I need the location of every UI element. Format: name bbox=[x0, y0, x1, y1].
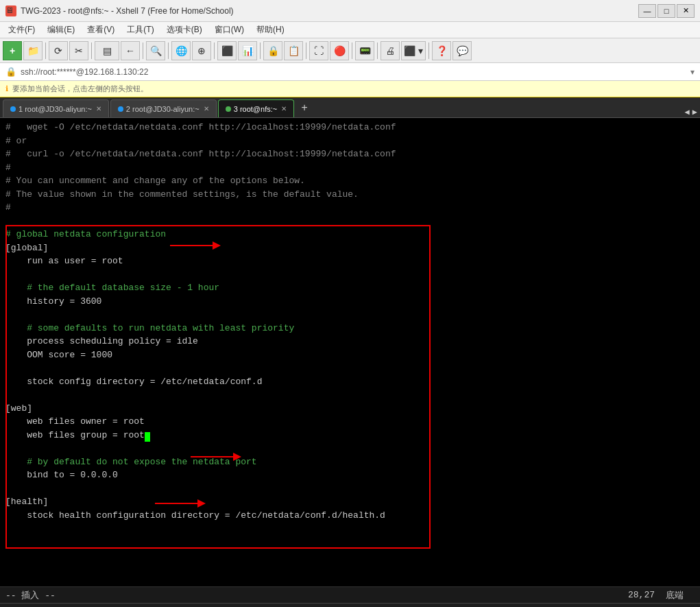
line-13: # the default database size - 1 hour bbox=[5, 281, 695, 295]
tabs-next[interactable]: ▶ bbox=[692, 107, 697, 117]
toolbar-sep-2 bbox=[91, 43, 92, 59]
close-button[interactable]: ✕ bbox=[677, 4, 695, 18]
vim-mode: -- 插入 -- bbox=[5, 589, 56, 602]
speech-button[interactable]: 💬 bbox=[452, 41, 472, 60]
line-20: stock config directory = /etc/netdata/co… bbox=[5, 375, 695, 389]
toolbar-sep-9 bbox=[377, 43, 378, 59]
toolbar-btn-7[interactable]: 📊 bbox=[238, 41, 257, 60]
line-10: [global] bbox=[5, 241, 695, 255]
address-bar: 🔒 ssh://root:******@192.168.1.130:22 ▾ bbox=[0, 63, 700, 81]
lock-button[interactable]: 🔒 bbox=[263, 41, 282, 60]
line-19 bbox=[5, 361, 695, 375]
minimize-button[interactable]: — bbox=[638, 4, 656, 18]
help-button[interactable]: ❓ bbox=[432, 41, 451, 60]
tab-2-close[interactable]: ✕ bbox=[204, 105, 209, 112]
toolbar-sep-5 bbox=[214, 43, 215, 59]
line-28 bbox=[5, 482, 695, 496]
menu-window[interactable]: 窗口(W) bbox=[209, 23, 250, 37]
tabs-prev[interactable]: ◀ bbox=[685, 107, 690, 117]
menu-view[interactable]: 查看(V) bbox=[82, 23, 120, 37]
toolbar-sep-10 bbox=[429, 43, 429, 59]
tabs-bar: 1 root@JD30-aliyun:~ ✕ 2 root@JD30-aliyu… bbox=[0, 97, 700, 118]
line-25 bbox=[5, 442, 695, 455]
info-text: 要添加当前会话，点击左侧的箭头按钮。 bbox=[12, 84, 148, 94]
line-18: OOM score = 1000 bbox=[5, 348, 695, 362]
refresh-button[interactable]: ⟳ bbox=[49, 41, 68, 60]
toolbar-btn-5[interactable]: 🌐 bbox=[171, 41, 191, 60]
line-26: # by default do not expose the netdata p… bbox=[5, 455, 695, 469]
tab-3-indicator bbox=[226, 106, 231, 112]
line-24: web files group = root bbox=[5, 429, 695, 442]
window-title: TWG-2023 - root@nfs:~ - Xshell 7 (Free f… bbox=[21, 6, 638, 16]
tab-1-close[interactable]: ✕ bbox=[96, 105, 101, 112]
vim-position: 28,27 bbox=[628, 590, 655, 600]
menu-help[interactable]: 帮助(H) bbox=[251, 23, 290, 37]
window-controls: — □ ✕ bbox=[638, 4, 695, 18]
toolbar-btn-9[interactable]: 🔴 bbox=[330, 41, 349, 60]
tab-1-indicator bbox=[10, 106, 16, 112]
toolbar-btn-10[interactable]: 📟 bbox=[355, 41, 374, 60]
line-15 bbox=[5, 308, 695, 322]
address-dropdown[interactable]: ▾ bbox=[690, 67, 695, 77]
line-12 bbox=[5, 268, 695, 282]
tabs-nav: ◀ ▶ bbox=[685, 107, 697, 117]
tab-3[interactable]: 3 root@nfs:~ ✕ bbox=[218, 99, 294, 117]
toolbar-btn-3[interactable]: ▤ bbox=[95, 41, 119, 60]
vim-status-line: -- 插入 -- 28,27 底端 bbox=[0, 586, 700, 603]
line-11: run as user = root bbox=[5, 254, 695, 268]
toolbar-btn-4[interactable]: ← bbox=[121, 41, 140, 60]
stop-button[interactable]: ⬛ bbox=[217, 41, 237, 60]
toolbar-sep-1 bbox=[45, 43, 46, 59]
tab-2[interactable]: 2 root@JD30-aliyun:~ ✕ bbox=[110, 99, 217, 117]
tab-2-indicator bbox=[118, 106, 123, 112]
address-text: ssh://root:******@192.168.1.130:22 bbox=[21, 67, 686, 77]
lock-icon: 🔒 bbox=[5, 67, 16, 77]
toolbar-btn-11[interactable]: 🖨 bbox=[381, 41, 400, 60]
vim-location: 底端 bbox=[666, 589, 684, 602]
toolbar-btn-8[interactable]: 📋 bbox=[284, 41, 303, 60]
toolbar-sep-6 bbox=[260, 43, 261, 59]
toolbar-btn-12[interactable]: ⬛ ▾ bbox=[401, 41, 426, 60]
line-6: # The value shown in the commented setti… bbox=[5, 188, 695, 202]
line-4: # bbox=[5, 161, 695, 175]
line-14: history = 3600 bbox=[5, 295, 695, 309]
info-bar: ℹ 要添加当前会话，点击左侧的箭头按钮。 bbox=[0, 81, 700, 97]
line-29: [health] bbox=[5, 495, 695, 509]
status-bar: ● ssh://root@192.168.1.130:22 SSH2 xterm… bbox=[0, 603, 700, 607]
toolbar-btn-6[interactable]: ⊕ bbox=[192, 41, 211, 60]
line-16: # some defaults to run netdata with leas… bbox=[5, 322, 695, 335]
find-button[interactable]: 🔍 bbox=[146, 41, 165, 60]
menu-bar: 文件(F) 编辑(E) 查看(V) 工具(T) 选项卡(B) 窗口(W) 帮助(… bbox=[0, 22, 700, 38]
info-icon: ℹ bbox=[5, 84, 8, 93]
tab-2-label: 2 root@JD30-aliyun:~ bbox=[126, 105, 200, 113]
fullscreen-button[interactable]: ⛶ bbox=[309, 41, 328, 60]
open-button[interactable]: 📁 bbox=[23, 41, 43, 60]
menu-file[interactable]: 文件(F) bbox=[3, 23, 40, 37]
restore-button[interactable]: □ bbox=[657, 4, 675, 18]
toolbar-sep-4 bbox=[168, 43, 169, 59]
line-2: # or bbox=[5, 134, 695, 148]
tab-1-label: 1 root@JD30-aliyun:~ bbox=[19, 105, 92, 113]
toolbar: + 📁 ⟳ ✂ ▤ ← 🔍 🌐 ⊕ ⬛ 📊 🔒 📋 ⛶ 🔴 📟 🖨 ⬛ ▾ ❓ … bbox=[0, 38, 700, 63]
line-30: stock health configuration directory = /… bbox=[5, 509, 695, 523]
tab-1[interactable]: 1 root@JD30-aliyun:~ ✕ bbox=[3, 99, 109, 117]
terminal-area[interactable]: # wget -O /etc/netdata/netdata.conf http… bbox=[0, 118, 700, 586]
line-5: # You can uncomment and change any of th… bbox=[5, 174, 695, 188]
line-9: # global netdata configuration bbox=[5, 228, 695, 241]
new-session-button[interactable]: + bbox=[3, 41, 22, 60]
new-tab-button[interactable]: + bbox=[295, 99, 313, 117]
line-27: bind to = 0.0.0.0 bbox=[5, 468, 695, 482]
title-bar: 🖥 TWG-2023 - root@nfs:~ - Xshell 7 (Free… bbox=[0, 0, 700, 22]
menu-tools[interactable]: 工具(T) bbox=[121, 23, 159, 37]
line-1: # wget -O /etc/netdata/netdata.conf http… bbox=[5, 121, 695, 134]
app-icon: 🖥 bbox=[5, 5, 16, 16]
menu-edit[interactable]: 编辑(E) bbox=[42, 23, 80, 37]
line-7: # bbox=[5, 201, 695, 215]
line-22: [web] bbox=[5, 402, 695, 416]
menu-tabs[interactable]: 选项卡(B) bbox=[161, 23, 208, 37]
tab-3-close[interactable]: ✕ bbox=[281, 105, 287, 112]
cursor bbox=[145, 432, 150, 442]
toolbar-sep-3 bbox=[143, 43, 143, 59]
line-3: # curl -o /etc/netdata/netdata.conf http… bbox=[5, 147, 695, 161]
cut-button[interactable]: ✂ bbox=[69, 41, 88, 60]
